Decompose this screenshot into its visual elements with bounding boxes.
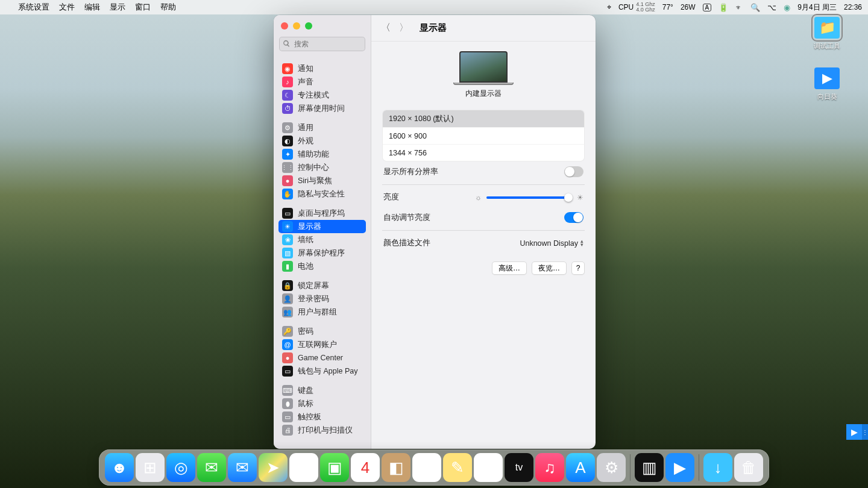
- sidebar-item-控制中心[interactable]: ⋮⋮控制中心: [278, 161, 366, 174]
- dock-app-notes[interactable]: ✎: [443, 453, 472, 482]
- folder-icon: 📁: [814, 17, 840, 39]
- dock-app-maps[interactable]: ➤: [259, 453, 288, 482]
- menubar-right: ⌖ CPU 4.1 Ghz4.0 Ghz 77° 26W A 🔋 ᯤ 🔍 ⌥ ◉…: [607, 2, 862, 13]
- sun-dim-icon: ☼: [475, 193, 482, 202]
- dock-app-finder[interactable]: ☻: [105, 453, 134, 482]
- minimize-button[interactable]: [293, 22, 300, 30]
- cursor-icon[interactable]: ⌖: [607, 2, 611, 12]
- sidebar-item-icon: ▭: [282, 366, 293, 377]
- zoom-button[interactable]: [305, 22, 312, 30]
- clock-time[interactable]: 22:36: [844, 3, 862, 11]
- resolution-option[interactable]: 1920 × 1080 (默认): [383, 110, 584, 127]
- sidebar-item-声音[interactable]: ♪声音: [278, 75, 366, 89]
- sidebar-item-锁定屏幕[interactable]: 🔒锁定屏幕: [278, 279, 366, 292]
- menu-view[interactable]: 显示: [110, 2, 125, 13]
- sidebar-item-icon: 🔒: [282, 280, 293, 291]
- help-button[interactable]: ?: [571, 261, 585, 275]
- dock-app-calendar[interactable]: 4: [351, 453, 380, 482]
- sidebar-item-Siri与聚焦[interactable]: ●Siri与聚焦: [278, 174, 366, 187]
- watt-stat[interactable]: 26W: [681, 3, 696, 11]
- dock-separator: [699, 454, 699, 481]
- dock-app-messages[interactable]: ✉: [197, 453, 226, 482]
- menu-help[interactable]: 帮助: [160, 2, 176, 13]
- dock-app-safari[interactable]: ◎: [166, 453, 195, 482]
- back-button[interactable]: 〈: [380, 22, 392, 34]
- laptop-base-icon: [453, 83, 514, 85]
- night-shift-button[interactable]: 夜览…: [532, 261, 567, 275]
- sidebar-item-Game Center[interactable]: ●Game Center: [278, 351, 366, 364]
- sidebar-item-通用[interactable]: ⚙通用: [278, 121, 366, 134]
- resolution-option[interactable]: 1600 × 900: [383, 127, 584, 144]
- floating-widget[interactable]: ▶ ⋮: [846, 424, 868, 440]
- sidebar-item-互联网账户[interactable]: @互联网账户: [278, 338, 366, 351]
- close-button[interactable]: [281, 22, 288, 30]
- cpu-stats[interactable]: CPU 4.1 Ghz4.0 Ghz: [618, 2, 655, 13]
- battery-icon[interactable]: 🔋: [719, 3, 728, 12]
- sidebar-item-通知[interactable]: ◉通知: [278, 62, 366, 75]
- sidebar-item-辅助功能[interactable]: ✦辅助功能: [278, 148, 366, 161]
- dock-app-tv[interactable]: tv: [505, 453, 533, 482]
- desktop-icon-sunlogin[interactable]: ▶ 向日葵: [797, 67, 857, 101]
- sidebar-item-打印机与扫描仪[interactable]: 🖨打印机与扫描仪: [278, 424, 366, 437]
- dock-app-mission[interactable]: ▥: [635, 453, 664, 482]
- sidebar-item-屏幕保护程序[interactable]: ▧屏幕保护程序: [278, 246, 366, 260]
- menu-edit[interactable]: 编辑: [84, 2, 100, 13]
- wifi-icon[interactable]: ᯤ: [735, 3, 743, 12]
- sidebar-item-密码[interactable]: 🔑密码: [278, 325, 366, 338]
- clock-date[interactable]: 9月4日 周三: [797, 2, 837, 13]
- show-all-resolutions-toggle[interactable]: [564, 166, 583, 177]
- brightness-slider[interactable]: [486, 196, 572, 199]
- sidebar-item-电池[interactable]: ▮电池: [278, 260, 366, 273]
- search-icon[interactable]: 🔍: [750, 3, 760, 12]
- sidebar-item-icon: ⚙: [282, 122, 293, 133]
- dock-app-appstore[interactable]: A: [566, 453, 595, 482]
- dock-app-music[interactable]: ♫: [535, 453, 564, 482]
- control-center-icon[interactable]: ⌥: [767, 3, 776, 12]
- sidebar-item-登录密码[interactable]: 👤登录密码: [278, 292, 366, 305]
- siri-icon[interactable]: ◉: [784, 3, 790, 12]
- dock-app-downloads[interactable]: ↓: [703, 453, 732, 482]
- dock-app-reminders[interactable]: ☰: [412, 453, 441, 482]
- sidebar-item-屏幕使用时间[interactable]: ⏱屏幕使用时间: [278, 102, 366, 115]
- dock-app-mail[interactable]: ✉: [228, 453, 257, 482]
- sidebar-item-icon: ▭: [282, 411, 293, 422]
- dock-app-settings[interactable]: ⚙: [597, 453, 626, 482]
- sidebar-item-icon: 👤: [282, 293, 293, 304]
- advanced-button[interactable]: 高级…: [492, 261, 527, 275]
- sidebar-item-隐私与安全性[interactable]: ✋隐私与安全性: [278, 187, 366, 201]
- desktop-icon-debug-tools[interactable]: 📁 调试工具: [797, 17, 857, 51]
- forward-button[interactable]: 〉: [398, 22, 410, 34]
- dock-app-sunlogin[interactable]: ▶: [665, 453, 694, 482]
- menu-window[interactable]: 窗口: [135, 2, 151, 13]
- sidebar-item-键盘[interactable]: ⌨键盘: [278, 384, 366, 397]
- sidebar-item-显示器[interactable]: ☀显示器: [278, 220, 366, 233]
- dock-app-launchpad[interactable]: ⊞: [136, 453, 165, 482]
- resolution-option[interactable]: 1344 × 756: [383, 144, 584, 161]
- app-menu[interactable]: 系统设置: [18, 2, 49, 13]
- temp-stat[interactable]: 77°: [662, 3, 673, 11]
- sidebar-item-墙纸[interactable]: ❀墙纸: [278, 233, 366, 246]
- sidebar-search: [279, 37, 365, 51]
- dock-app-facetime[interactable]: ▣: [320, 453, 349, 482]
- dock-app-trash[interactable]: 🗑: [734, 453, 763, 482]
- color-profile-select[interactable]: Unknown Display ▴▾: [520, 239, 583, 248]
- input-source[interactable]: A: [703, 4, 712, 11]
- sidebar-item-触控板[interactable]: ▭触控板: [278, 410, 366, 424]
- dock-app-photos[interactable]: ✿: [289, 453, 318, 482]
- sidebar-item-外观[interactable]: ◐外观: [278, 134, 366, 148]
- sidebar-item-label: 声音: [298, 77, 313, 87]
- sidebar-list[interactable]: ◉通知♪声音☾专注模式⏱屏幕使用时间⚙通用◐外观✦辅助功能⋮⋮控制中心●Siri…: [274, 56, 371, 449]
- auto-brightness-toggle[interactable]: [564, 212, 583, 223]
- dock-app-contacts[interactable]: ◧: [382, 453, 410, 482]
- sidebar-item-鼠标[interactable]: ⬮鼠标: [278, 397, 366, 410]
- search-input[interactable]: [279, 37, 365, 51]
- sidebar-item-桌面与程序坞[interactable]: ▭桌面与程序坞: [278, 207, 366, 220]
- dock: ☻⊞◎✉✉➤✿▣4◧☰✎〰tv♫A⚙▥▶↓🗑: [99, 449, 769, 486]
- sidebar-item-钱包与 Apple Pay[interactable]: ▭钱包与 Apple Pay: [278, 364, 366, 378]
- sun-bright-icon: ☀: [577, 193, 583, 202]
- dock-app-freeform[interactable]: 〰: [474, 453, 503, 482]
- sidebar-item-用户与群组[interactable]: 👥用户与群组: [278, 305, 366, 319]
- sidebar-item-专注模式[interactable]: ☾专注模式: [278, 89, 366, 102]
- menu-file[interactable]: 文件: [59, 2, 75, 13]
- sidebar-item-label: 屏幕使用时间: [298, 104, 345, 114]
